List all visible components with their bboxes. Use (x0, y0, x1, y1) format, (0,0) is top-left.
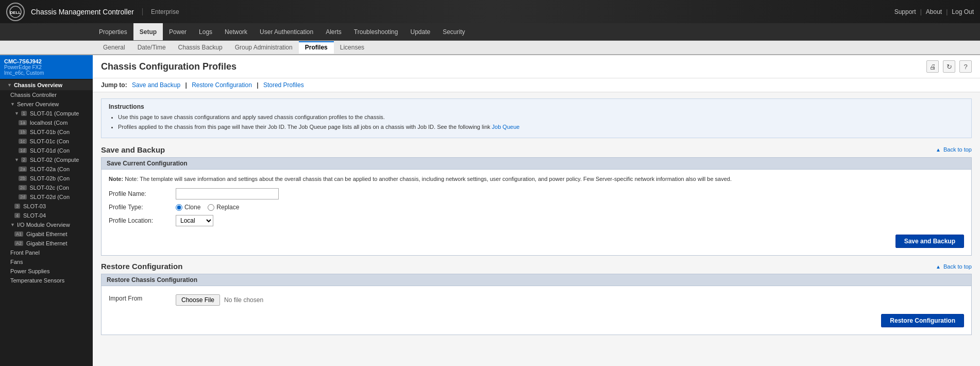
profile-name-input[interactable] (176, 188, 279, 199)
arrow-up-icon: ▲ (936, 147, 941, 153)
radio-clone[interactable]: Clone (176, 204, 200, 211)
tab-network[interactable]: Network (218, 23, 254, 40)
subtab-general[interactable]: General (97, 41, 131, 54)
badge-1d: 1d (19, 148, 27, 153)
layout: CMC-7S6J942 PowerEdge FX2 lmc_e6c, Custo… (0, 55, 980, 366)
subtab-chassis-backup[interactable]: Chassis Backup (172, 41, 229, 54)
page-header: Chassis Configuration Profiles 🖨 ↻ ? (93, 55, 980, 78)
sidebar-item-slot-01[interactable]: ▼ 1 SLOT-01 (Compute (0, 109, 93, 118)
choose-file-button[interactable]: Choose File (176, 294, 220, 306)
save-current-config-body: Note: Note: The template will save infor… (101, 170, 972, 256)
badge-2c: 2c (19, 185, 27, 190)
instruction-item-2: Profiles applied to the chassis from thi… (118, 123, 964, 131)
badge-1c: 1c (19, 139, 27, 144)
sidebar-item-io-a1[interactable]: A1 Gigabit Ethernet (0, 229, 93, 239)
tab-security[interactable]: Security (436, 23, 471, 40)
sidebar-item-server-overview[interactable]: ▼ Server Overview (0, 99, 93, 109)
badge-1: 1 (21, 111, 27, 116)
sidebar-item-io-a2[interactable]: A2 Gigabit Ethernet (0, 239, 93, 248)
dell-logo: DELL (6, 3, 25, 21)
sidebar-item-power-supplies[interactable]: Power Supplies (0, 267, 93, 276)
sidebar-item-front-panel[interactable]: Front Panel (0, 248, 93, 257)
refresh-button[interactable]: ↻ (943, 60, 955, 73)
support-link[interactable]: Support (894, 8, 916, 15)
profile-location-select[interactable]: Local Remote USB (176, 215, 213, 226)
sidebar-item-slot-2a[interactable]: 2a SLOT-02a (Con (0, 164, 93, 174)
profile-location-label: Profile Location: (109, 217, 176, 224)
jump-link-save-backup[interactable]: Save and Backup (132, 81, 180, 89)
save-backup-section: Save and Backup ▲ Back to top Save Curre… (101, 145, 972, 256)
sidebar-item-slot-2c[interactable]: 2c SLOT-02c (Con (0, 183, 93, 192)
tab-troubleshooting[interactable]: Troubleshooting (348, 23, 404, 40)
chevron-down-icon: ▼ (7, 82, 12, 88)
back-to-top-restore[interactable]: ▲ Back to top (936, 263, 972, 270)
sidebar-item-chassis-controller[interactable]: Chassis Controller (0, 90, 93, 99)
tab-update[interactable]: Update (404, 23, 436, 40)
sidebar-item-slot-2b[interactable]: 2b SLOT-02b (Con (0, 174, 93, 183)
jump-link-restore-config[interactable]: Restore Configuration (192, 81, 252, 89)
content-area: Instructions Use this page to save chass… (93, 92, 980, 347)
sidebar-item-slot-04[interactable]: 4 SLOT-04 (0, 211, 93, 220)
badge-4: 4 (14, 213, 20, 218)
sidebar-item-slot-1b[interactable]: 1b SLOT-01b (Con (0, 127, 93, 137)
subtab-datetime[interactable]: Date/Time (131, 41, 172, 54)
sidebar-item-slot-1a[interactable]: 1a localhost (Com (0, 118, 93, 127)
sidebar-device-info: CMC-7S6J942 PowerEdge FX2 lmc_e6c, Custo… (0, 55, 93, 79)
sidebar-item-slot-02[interactable]: ▼ 2 SLOT-02 (Compute (0, 155, 93, 164)
save-backup-footer: Save and Backup (109, 230, 964, 250)
tab-setup[interactable]: Setup (133, 23, 163, 40)
sidebar-item-chassis-overview[interactable]: ▼ Chassis Overview (0, 80, 93, 90)
save-note: Note: Note: The template will save infor… (109, 175, 964, 184)
subtab-profiles[interactable]: Profiles (299, 41, 334, 54)
instructions-list: Use this page to save chassis configurat… (118, 113, 964, 131)
sep1: | (920, 8, 922, 15)
sidebar-item-io-module[interactable]: ▼ I/O Module Overview (0, 220, 93, 229)
device-config: lmc_e6c, Custom (4, 70, 89, 76)
save-backup-header-row: Save and Backup ▲ Back to top (101, 145, 972, 154)
import-from-row: Import From Choose File No file chosen (109, 291, 964, 306)
svg-text:DELL: DELL (10, 10, 21, 15)
subtab-group-admin[interactable]: Group Administration (229, 41, 299, 54)
badge-2a: 2a (19, 167, 27, 172)
sidebar-item-slot-2d[interactable]: 2d SLOT-02d (Con (0, 192, 93, 202)
subtab-licenses[interactable]: Licenses (334, 41, 370, 54)
tab-logs[interactable]: Logs (193, 23, 218, 40)
badge-a1: A1 (14, 231, 23, 237)
print-button[interactable]: 🖨 (926, 60, 939, 73)
tab-alerts[interactable]: Alerts (319, 23, 348, 40)
no-file-chosen-text: No file chosen (224, 296, 263, 304)
instruction-item-1: Use this page to save chassis configurat… (118, 113, 964, 121)
job-queue-link[interactable]: Job Queue (492, 124, 520, 130)
about-link[interactable]: About (926, 8, 942, 15)
app-edition: Enterprise (142, 8, 179, 15)
instructions-box: Instructions Use this page to save chass… (101, 98, 972, 138)
tab-power[interactable]: Power (163, 23, 193, 40)
sidebar-item-temp-sensors[interactable]: Temperature Sensors (0, 276, 93, 285)
sidebar-item-slot-1d[interactable]: 1d SLOT-01d (Con (0, 146, 93, 155)
help-button[interactable]: ? (959, 60, 972, 73)
profile-type-label: Profile Type: (109, 204, 176, 211)
restore-config-footer: Restore Configuration (109, 310, 964, 329)
chevron-down-icon: ▼ (10, 222, 15, 227)
main-content: Chassis Configuration Profiles 🖨 ↻ ? Jum… (93, 55, 980, 366)
tab-user-auth[interactable]: User Authentication (254, 23, 319, 40)
jump-to-label: Jump to: (101, 81, 127, 89)
radio-replace[interactable]: Replace (208, 204, 239, 211)
jump-link-stored-profiles[interactable]: Stored Profiles (263, 81, 304, 89)
tab-properties[interactable]: Properties (93, 23, 133, 40)
sep2: | (946, 8, 948, 15)
instructions-title: Instructions (109, 103, 964, 110)
back-to-top-save[interactable]: ▲ Back to top (936, 146, 972, 153)
header-nav-right: Support | About | Log Out (894, 8, 974, 15)
badge-2b: 2b (19, 176, 27, 181)
sidebar-item-slot-1c[interactable]: 1c SLOT-01c (Con (0, 137, 93, 146)
chevron-down-icon: ▼ (14, 157, 19, 162)
sidebar-item-fans[interactable]: Fans (0, 257, 93, 267)
logout-link[interactable]: Log Out (952, 8, 974, 15)
sidebar-item-slot-03[interactable]: 3 SLOT-03 (0, 202, 93, 211)
radio-replace-input[interactable] (208, 204, 214, 211)
restore-configuration-button[interactable]: Restore Configuration (881, 314, 964, 327)
save-and-backup-button[interactable]: Save and Backup (895, 235, 964, 248)
radio-clone-input[interactable] (176, 204, 182, 211)
page-header-icons: 🖨 ↻ ? (926, 60, 972, 73)
